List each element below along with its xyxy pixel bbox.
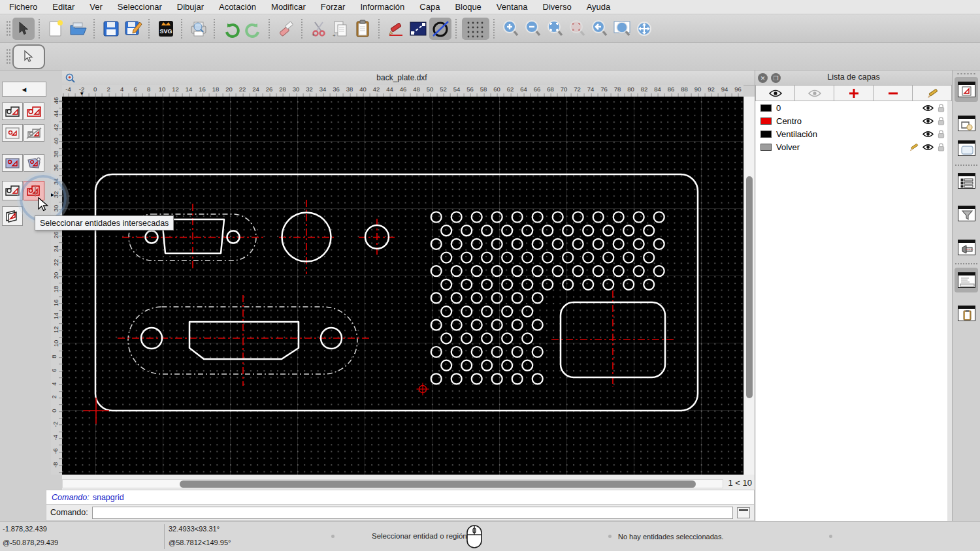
layer-lock-icon[interactable] — [938, 143, 945, 151]
svg-text:+: + — [333, 33, 336, 38]
h-ruler-label: 32 — [306, 86, 313, 93]
horizontal-scrollbar-thumb[interactable] — [180, 480, 696, 488]
dock-drag-handle[interactable] — [956, 72, 976, 76]
layer-row[interactable]: Ventilación — [756, 127, 947, 140]
h-ruler-label: 82 — [641, 86, 648, 93]
dock-library-browser-button[interactable] — [955, 136, 978, 161]
dock-pen-palette-button[interactable] — [955, 235, 978, 260]
layer-lock-icon[interactable] — [938, 117, 945, 125]
deselect-entity-tool[interactable] — [24, 124, 44, 142]
layer-lock-icon[interactable] — [938, 104, 945, 112]
dock-entity-list-button[interactable] — [955, 168, 978, 193]
vent-hole — [623, 253, 634, 263]
show-all-layers-button[interactable] — [755, 85, 795, 101]
delete-eraser-button[interactable] — [275, 18, 297, 40]
layer-visibility-eye-icon[interactable] — [923, 144, 934, 151]
select-window-tool[interactable] — [2, 154, 23, 172]
distance-measure-button[interactable] — [407, 18, 429, 40]
select-all-tool[interactable] — [24, 102, 44, 120]
circle-line-snap-button[interactable] — [429, 18, 451, 40]
remove-layer-button[interactable] — [874, 85, 913, 101]
deselect-intersected-tool[interactable] — [2, 206, 23, 226]
export-svg-button[interactable]: SVG — [155, 18, 177, 40]
add-layer-button[interactable] — [834, 85, 874, 101]
vent-hole — [644, 253, 654, 263]
dock-layer-list-button[interactable] — [955, 77, 978, 102]
new-document-button[interactable] — [45, 18, 67, 40]
redo-button[interactable] — [242, 18, 265, 40]
vertical-scrollbar[interactable] — [743, 97, 755, 475]
vertical-scrollbar-thumb[interactable] — [746, 176, 753, 398]
layer-row[interactable]: Centro — [756, 114, 947, 127]
palette-back-button[interactable]: ◄ — [2, 82, 46, 97]
menu-item-acotacin[interactable]: Acotación — [219, 2, 256, 12]
h-ruler-label: 12 — [172, 86, 179, 93]
h-ruler-label: 20 — [225, 86, 233, 93]
save-as-button[interactable] — [122, 18, 144, 40]
layer-visibility-eye-icon[interactable] — [923, 131, 934, 138]
print-preview-button[interactable] — [188, 18, 210, 40]
select-pointer-tool-button[interactable] — [12, 18, 35, 40]
menu-item-forzar[interactable]: Forzar — [321, 2, 346, 12]
paste-button[interactable] — [352, 18, 374, 40]
command-history: Comando: snapgrid — [46, 490, 755, 504]
edit-layer-button[interactable] — [913, 85, 952, 101]
vent-hole — [593, 239, 604, 249]
save-button[interactable] — [100, 18, 122, 40]
dock-block-list-button[interactable] — [955, 111, 978, 136]
layer-row[interactable]: Volver — [756, 140, 947, 153]
menu-item-fichero[interactable]: Fichero — [9, 2, 37, 12]
zoom-previous-button[interactable] — [589, 18, 611, 40]
select-entity-tool[interactable] — [2, 102, 23, 120]
vent-hole — [512, 239, 523, 249]
copy-button[interactable]: + — [330, 18, 352, 40]
layer-visibility-eye-icon[interactable] — [923, 118, 934, 125]
layer-visibility-eye-icon[interactable] — [923, 104, 934, 112]
open-file-button[interactable] — [67, 18, 90, 40]
draw-pencil-button[interactable] — [385, 18, 407, 40]
h-ruler-label: 46 — [400, 86, 407, 93]
zoom-pan-button[interactable] — [633, 18, 655, 40]
vent-hole — [441, 253, 451, 263]
selection-pointer-option-button[interactable] — [12, 44, 45, 69]
zoom-auto-button[interactable] — [544, 18, 566, 40]
toolbar-drag-handle[interactable] — [6, 48, 10, 65]
toolbar-drag-handle[interactable] — [6, 20, 10, 37]
menu-item-ver[interactable]: Ver — [90, 2, 103, 12]
zoom-selection-button[interactable] — [566, 18, 589, 40]
menu-item-ventana[interactable]: Ventana — [497, 2, 528, 12]
undo-button[interactable] — [220, 18, 242, 40]
select-single-entity-tool[interactable] — [2, 124, 23, 142]
snap-grid-button[interactable] — [462, 18, 489, 40]
menu-item-editar[interactable]: Editar — [52, 2, 74, 12]
horizontal-scrollbar[interactable]: 1 < 10 — [62, 475, 755, 490]
dock-command-widget-button[interactable] — [955, 268, 978, 292]
v-ruler-label: 0 — [51, 409, 57, 412]
menu-item-modificar[interactable]: Modificar — [271, 2, 306, 12]
menu-item-informacin[interactable]: Información — [360, 2, 404, 12]
layer-list-scrollbar[interactable] — [947, 101, 952, 521]
command-input[interactable] — [92, 507, 733, 519]
zoom-window-button[interactable] — [611, 18, 633, 40]
vent-hole — [461, 306, 472, 317]
command-dock-toggle-button[interactable] — [737, 507, 750, 518]
zoom-in-button[interactable] — [500, 18, 522, 40]
menu-item-diverso[interactable]: Diverso — [543, 2, 572, 12]
menu-item-seleccionar[interactable]: Seleccionar — [118, 2, 162, 12]
dock-entity-filter-button[interactable] — [955, 201, 978, 226]
deselect-window-tool[interactable] — [24, 154, 44, 172]
menu-item-bloque[interactable]: Bloque — [455, 2, 481, 12]
menu-item-ayuda[interactable]: Ayuda — [587, 2, 611, 12]
h-ruler-label: 88 — [681, 86, 688, 93]
layer-row[interactable]: 0 — [756, 101, 947, 114]
layer-lock-icon[interactable] — [938, 130, 945, 138]
document-titlebar[interactable]: back_plate.dxf — [62, 71, 755, 86]
polar-absolute-coordinates: 32.4933<93.31° — [169, 525, 220, 533]
cut-button[interactable]: + — [308, 18, 330, 40]
zoom-out-button[interactable] — [522, 18, 544, 40]
menu-item-dibujar[interactable]: Dibujar — [177, 2, 204, 12]
drawing-canvas[interactable] — [62, 97, 743, 475]
dock-clipboard-button[interactable] — [955, 301, 978, 326]
menu-item-capa[interactable]: Capa — [419, 2, 440, 12]
hide-all-layers-button[interactable] — [795, 85, 834, 101]
